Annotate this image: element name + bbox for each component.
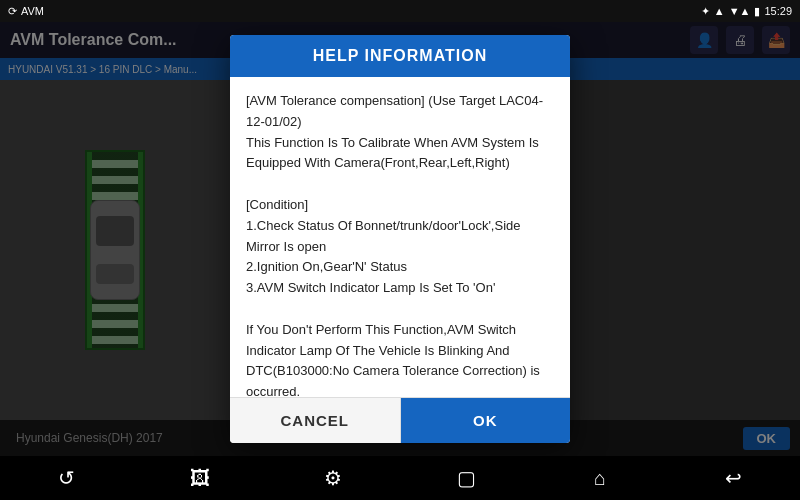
dialog-text-block1: [AVM Tolerance compensation] (Use Target… bbox=[246, 91, 554, 174]
dialog-footer: CANCEL OK bbox=[230, 397, 570, 443]
modal-overlay: HELP INFORMATION [AVM Tolerance compensa… bbox=[0, 22, 800, 456]
battery-icon: ▮ bbox=[754, 5, 760, 18]
wifi-icon: ▲ bbox=[714, 5, 725, 17]
cancel-button[interactable]: CANCEL bbox=[230, 398, 401, 443]
dialog-body: [AVM Tolerance compensation] (Use Target… bbox=[230, 77, 570, 397]
status-bar-right: ✦ ▲ ▼▲ ▮ 15:29 bbox=[701, 5, 792, 18]
status-bar-left: ⟳ AVM bbox=[8, 5, 44, 18]
home-nav-icon[interactable]: ⌂ bbox=[580, 458, 620, 498]
bluetooth-icon: ✦ bbox=[701, 5, 710, 18]
back-nav-icon[interactable]: ↩ bbox=[713, 458, 753, 498]
status-bar: ⟳ AVM ✦ ▲ ▼▲ ▮ 15:29 bbox=[0, 0, 800, 22]
main-content: AVM Tolerance Com... 👤 🖨 📤 HYUNDAI V51.3… bbox=[0, 22, 800, 456]
dialog-title: HELP INFORMATION bbox=[313, 47, 488, 64]
signal-icon: ▼▲ bbox=[729, 5, 751, 17]
settings-nav-icon[interactable]: ⚙ bbox=[313, 458, 353, 498]
status-text: AVM bbox=[21, 5, 44, 17]
square-nav-icon[interactable]: ▢ bbox=[447, 458, 487, 498]
nav-bar: ↺ 🖼 ⚙ ▢ ⌂ ↩ bbox=[0, 456, 800, 500]
dialog-header: HELP INFORMATION bbox=[230, 35, 570, 77]
clock: 15:29 bbox=[764, 5, 792, 17]
dialog-text-block2: [Condition] 1.Check Status Of Bonnet/tru… bbox=[246, 195, 554, 299]
help-dialog: HELP INFORMATION [AVM Tolerance compensa… bbox=[230, 35, 570, 443]
image-nav-icon[interactable]: 🖼 bbox=[180, 458, 220, 498]
refresh-nav-icon[interactable]: ↺ bbox=[47, 458, 87, 498]
android-icon: ⟳ bbox=[8, 5, 17, 18]
ok-button[interactable]: OK bbox=[401, 398, 571, 443]
dialog-text-block3: If You Don't Perform This Function,AVM S… bbox=[246, 320, 554, 397]
